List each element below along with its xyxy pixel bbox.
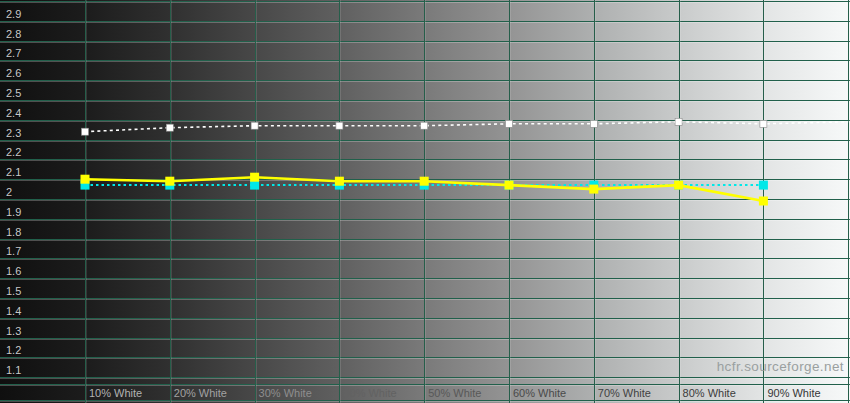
gamma-run-white-marker: [760, 120, 767, 127]
gamma-measured-yellow-marker: [420, 177, 429, 186]
gamma-run-white-marker: [506, 120, 513, 127]
gamma-measured-yellow-marker: [335, 177, 344, 186]
plot-series-layer: [0, 0, 850, 403]
gamma-run-white-marker: [82, 128, 89, 135]
gamma-measured-yellow-marker: [165, 177, 174, 186]
gamma-measured-yellow-marker: [589, 185, 598, 194]
x-tick-label: 60% White: [513, 387, 566, 399]
gamma-run-white-marker: [336, 122, 343, 129]
x-tick-label: 20% White: [174, 387, 227, 399]
gamma-run-white-marker: [166, 124, 173, 131]
gamma-measured-yellow-marker: [759, 197, 768, 206]
x-tick-label: 80% White: [683, 387, 736, 399]
x-tick-label: 70% White: [598, 387, 651, 399]
gamma-reference-cyan-marker: [250, 181, 259, 190]
x-tick-label: 90% White: [767, 387, 820, 399]
x-tick-label: 30% White: [259, 387, 312, 399]
gamma-measured-yellow-marker: [505, 181, 514, 190]
gamma-measured-yellow-marker: [250, 173, 259, 182]
gamma-reference-cyan-marker: [759, 181, 768, 190]
watermark: hcfr.sourceforge.net: [717, 359, 844, 374]
gamma-run-white-marker: [590, 120, 597, 127]
x-tick-label: 40% White: [343, 387, 396, 399]
x-tick-label: 50% White: [428, 387, 481, 399]
gamma-tracking-chart: 2.92.82.72.62.52.42.32.22.121.91.81.71.6…: [0, 0, 850, 403]
gamma-run-white-marker: [251, 122, 258, 129]
gamma-measured-yellow-marker: [81, 175, 90, 184]
gamma-measured-yellow-marker: [674, 181, 683, 190]
gamma-run-white-line: [85, 122, 848, 132]
gamma-run-white-marker: [675, 118, 682, 125]
x-tick-label: 10% White: [89, 387, 142, 399]
gamma-run-white-marker: [421, 122, 428, 129]
